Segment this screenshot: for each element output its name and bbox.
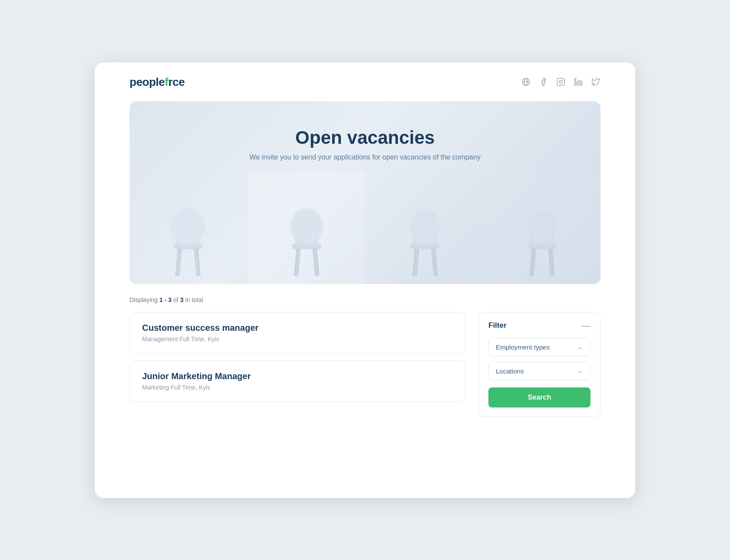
stats-prefix: Displaying — [130, 296, 159, 303]
hero-title: Open vacancies — [249, 127, 481, 148]
filter-header: Filter — — [488, 321, 590, 330]
job-card-0[interactable]: Customer success manager Management Full… — [130, 312, 465, 353]
page-content: peoplefrce — [95, 62, 635, 434]
svg-point-15 — [172, 209, 204, 244]
filter-collapse-button[interactable]: — — [582, 321, 590, 330]
svg-rect-6 — [575, 81, 576, 85]
job-meta-0: Management Full Time, Kyiv — [142, 336, 453, 343]
chair-panel-1 — [130, 171, 246, 284]
logo: peoplefrce — [130, 75, 185, 89]
facebook-icon[interactable] — [539, 77, 548, 87]
logo-rce-text: rce — [168, 75, 185, 89]
chair-panel-4 — [484, 171, 600, 284]
search-button[interactable]: Search — [488, 387, 590, 407]
locations-label: Locations — [496, 367, 524, 375]
employment-types-label: Employment types — [496, 343, 549, 351]
chair-4 — [518, 201, 566, 280]
header: peoplefrce — [130, 75, 600, 89]
stats-bar: Displaying 1 - 3 of 3 in total — [130, 296, 600, 303]
instagram-icon[interactable] — [556, 77, 566, 87]
svg-point-5 — [563, 80, 563, 81]
svg-point-23 — [291, 210, 322, 243]
chair-1 — [164, 201, 212, 280]
filter-sidebar: Filter — Employment types ⌄ Locations ⌄ … — [478, 312, 600, 417]
chair-3 — [401, 201, 449, 280]
employment-types-dropdown[interactable]: Employment types ⌄ — [488, 338, 590, 356]
logo-f-letter: f — [165, 75, 168, 89]
browser-frame: peoplefrce — [95, 62, 635, 498]
job-meta-1: Marketing Full Time, Kyiv — [142, 384, 453, 391]
social-icons-container — [521, 77, 600, 87]
main-layout: Customer success manager Management Full… — [130, 312, 600, 417]
twitter-icon[interactable] — [591, 77, 600, 87]
svg-point-39 — [527, 210, 557, 243]
hero-text-block: Open vacancies We invite you to send you… — [249, 127, 481, 161]
chair-panel-3 — [367, 171, 484, 284]
chair-panel-2 — [248, 171, 365, 284]
svg-point-31 — [410, 210, 440, 243]
hero-banner: Open vacancies We invite you to send you… — [130, 101, 600, 284]
filter-card: Filter — Employment types ⌄ Locations ⌄ … — [478, 312, 600, 417]
stats-range: 1 - 3 — [159, 296, 171, 303]
job-title-0: Customer success manager — [142, 323, 453, 333]
jobs-list: Customer success manager Management Full… — [130, 312, 465, 402]
filter-title: Filter — [488, 321, 507, 330]
stats-total: 3 — [180, 296, 184, 303]
svg-rect-3 — [557, 78, 565, 86]
job-title-1: Junior Marketing Manager — [142, 371, 453, 381]
locations-chevron-icon: ⌄ — [578, 367, 583, 374]
linkedin-icon[interactable] — [573, 77, 583, 87]
stats-middle: of — [172, 296, 180, 303]
locations-dropdown[interactable]: Locations ⌄ — [488, 362, 590, 380]
globe-icon[interactable] — [521, 77, 531, 87]
chairs-illustration — [130, 171, 600, 284]
svg-point-4 — [559, 81, 563, 84]
employment-types-chevron-icon: ⌄ — [578, 343, 583, 350]
svg-point-7 — [575, 78, 576, 80]
job-card-1[interactable]: Junior Marketing Manager Marketing Full … — [130, 360, 465, 402]
chair-2 — [283, 201, 331, 280]
logo-people-text: people — [130, 75, 165, 89]
hero-subtitle: We invite you to send your applications … — [249, 153, 481, 161]
stats-suffix: in total — [184, 296, 203, 303]
